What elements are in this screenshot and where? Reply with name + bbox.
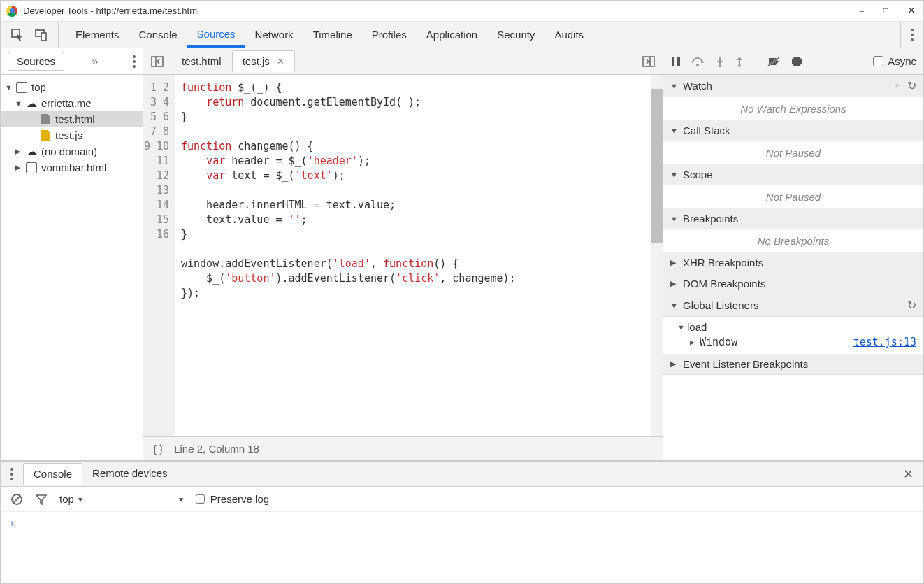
svg-point-13 (738, 64, 741, 67)
preserve-log-label[interactable]: Preserve log (196, 493, 269, 505)
sources-pane-tab[interactable]: Sources (8, 52, 64, 71)
console-level-select[interactable] (179, 494, 183, 504)
svg-rect-2 (41, 33, 46, 41)
svg-point-11 (719, 64, 721, 67)
tree-top[interactable]: top (1, 79, 143, 95)
file-tab-test-js[interactable]: test.js✕ (232, 50, 295, 72)
refresh-listeners-icon[interactable]: ↻ (907, 299, 916, 312)
main-tab-audits[interactable]: Audits (544, 22, 593, 48)
callstack-body: Not Paused (663, 141, 923, 164)
editor-scrollbar[interactable] (651, 75, 663, 436)
debugger-pane: Async ▼Watch+↻ No Watch Expressions ▼Cal… (663, 48, 923, 460)
main-tab-sources[interactable]: Sources (187, 22, 245, 48)
refresh-watch-icon[interactable]: ↻ (907, 79, 916, 92)
event-listener-bp-header[interactable]: ▶Event Listener Breakpoints (663, 354, 923, 375)
async-label: Async (888, 55, 916, 67)
watch-body: No Watch Expressions (663, 97, 923, 120)
tree-file-test-html[interactable]: test.html (1, 111, 143, 127)
drawer-tab-remote-devices[interactable]: Remote devices (82, 463, 178, 485)
toggle-debugger-icon[interactable] (635, 55, 663, 69)
sidebar-overflow-icon[interactable]: » (92, 55, 99, 68)
console-context-select[interactable]: top (59, 493, 82, 505)
pretty-print-icon[interactable]: { } (153, 443, 163, 455)
console-prompt-icon: › (9, 518, 15, 529)
scope-body: Not Paused (663, 185, 923, 208)
step-into-icon[interactable] (715, 56, 725, 67)
main-tab-console[interactable]: Console (129, 22, 187, 48)
minimize-button[interactable]: – (857, 3, 867, 19)
toggle-navigator-icon[interactable] (143, 55, 171, 69)
svg-rect-7 (672, 57, 674, 66)
tree-domain[interactable]: ☁errietta.me (1, 95, 143, 111)
main-toolbar: ElementsConsoleSourcesNetworkTimelinePro… (1, 22, 923, 48)
window-title: Developer Tools - http://errietta.me/tes… (23, 6, 857, 16)
listener-source-link[interactable]: test.js:13 (853, 336, 916, 348)
preserve-log-checkbox[interactable] (196, 494, 205, 504)
svg-point-9 (696, 64, 699, 66)
main-tab-elements[interactable]: Elements (66, 22, 129, 48)
step-out-icon[interactable] (735, 56, 744, 67)
async-checkbox[interactable] (873, 56, 883, 66)
breakpoints-section-header[interactable]: ▼Breakpoints (663, 208, 923, 229)
global-listeners-header[interactable]: ▼Global Listeners↻ (663, 294, 923, 317)
global-listener-event[interactable]: ▼load (663, 320, 923, 334)
device-toggle-icon[interactable] (34, 28, 48, 42)
xhr-section-header[interactable]: ▶XHR Breakpoints (663, 252, 923, 273)
svg-rect-8 (677, 57, 680, 66)
main-tab-network[interactable]: Network (245, 22, 303, 48)
console-input-area[interactable]: › (1, 512, 923, 583)
callstack-section-header[interactable]: ▼Call Stack (663, 120, 923, 141)
dom-section-header[interactable]: ▶DOM Breakpoints (663, 273, 923, 294)
tree-nodomain[interactable]: ☁(no domain) (1, 143, 143, 159)
pause-icon[interactable] (670, 56, 681, 67)
filter-icon[interactable] (36, 494, 47, 505)
main-tab-profiles[interactable]: Profiles (362, 22, 417, 48)
tree-file-test-js[interactable]: test.js (1, 127, 143, 143)
watch-section-header[interactable]: ▼Watch+↻ (663, 75, 923, 97)
chrome-icon (6, 6, 17, 17)
pause-exceptions-icon[interactable] (791, 56, 802, 67)
more-menu-icon[interactable] (911, 29, 914, 41)
window-titlebar: Developer Tools - http://errietta.me/tes… (1, 1, 923, 22)
editor-area: test.htmltest.js✕ 1 2 3 4 5 6 7 8 9 10 1… (143, 48, 663, 460)
clear-console-icon[interactable] (10, 493, 23, 506)
drawer-menu-icon[interactable] (10, 468, 13, 480)
maximize-button[interactable]: □ (881, 3, 891, 19)
add-watch-icon[interactable]: + (894, 79, 900, 92)
close-drawer-icon[interactable]: ✕ (893, 467, 923, 482)
main-tab-timeline[interactable]: Timeline (303, 22, 362, 48)
close-tab-icon[interactable]: ✕ (277, 56, 284, 66)
deactivate-breakpoints-icon[interactable] (767, 56, 781, 67)
sources-sidebar: Sources » top ☁errietta.me test.html tes… (1, 48, 143, 460)
main-tab-security[interactable]: Security (487, 22, 544, 48)
main-tab-application[interactable]: Application (417, 22, 487, 48)
drawer-tab-console[interactable]: Console (23, 463, 82, 485)
svg-line-17 (13, 496, 20, 503)
cursor-position: Line 2, Column 18 (174, 443, 259, 455)
inspect-element-icon[interactable] (10, 28, 24, 42)
tree-vomnibar[interactable]: vomnibar.html (1, 159, 143, 176)
file-tab-test-html[interactable]: test.html (171, 50, 232, 72)
sidebar-menu-icon[interactable] (133, 55, 136, 68)
code-editor[interactable]: function $_(_) { return document.getElem… (175, 75, 651, 436)
line-gutter[interactable]: 1 2 3 4 5 6 7 8 9 10 11 12 13 14 15 16 (143, 75, 175, 436)
breakpoints-body: No Breakpoints (663, 229, 923, 252)
console-drawer: ConsoleRemote devices ✕ top Preserve log… (1, 461, 923, 583)
global-listener-target[interactable]: ▶Windowtest.js:13 (663, 334, 923, 350)
scope-section-header[interactable]: ▼Scope (663, 164, 923, 185)
close-window-button[interactable]: ✕ (905, 3, 918, 19)
step-over-icon[interactable] (691, 56, 705, 67)
